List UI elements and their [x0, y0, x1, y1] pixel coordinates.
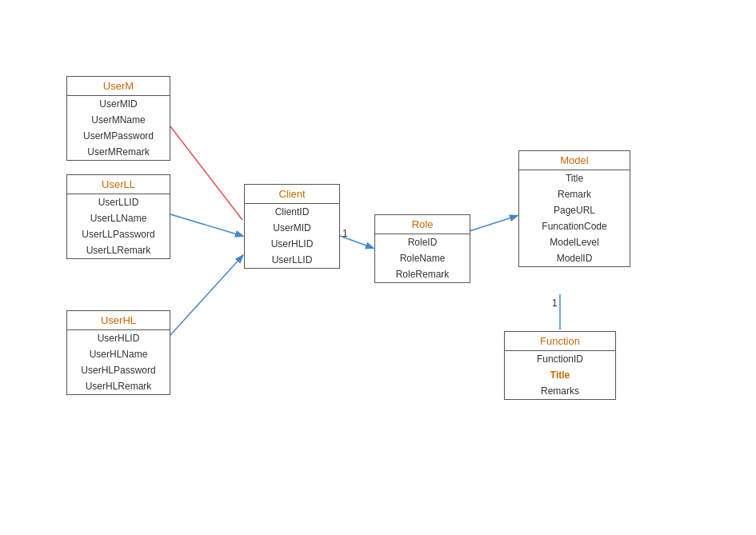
entity-function-header: Function: [505, 332, 615, 351]
field-clientid: ClientID: [245, 204, 339, 220]
field-userllpassword: UserLLPassword: [67, 226, 170, 242]
entity-function-fields: FunctionID Title Remarks: [505, 351, 615, 399]
entity-userhl-fields: UserHLID UserHLName UserHLPassword UserH…: [67, 330, 170, 394]
field-model-title: Title: [519, 170, 630, 186]
field-functionid: FunctionID: [505, 351, 615, 367]
entity-userll: UserLL UserLLID UserLLName UserLLPasswor…: [66, 174, 170, 259]
field-model-modellevel: ModelLevel: [519, 234, 630, 250]
entity-function: Function FunctionID Title Remarks: [504, 331, 616, 400]
svg-line-2: [162, 256, 242, 344]
entity-userll-fields: UserLLID UserLLName UserLLPassword UserL…: [67, 194, 170, 258]
entity-userhl-header: UserHL: [67, 311, 170, 330]
entity-userm-fields: UserMID UserMName UserMPassword UserMRem…: [67, 96, 170, 160]
field-userhlremark: UserHLRemark: [67, 378, 170, 394]
label-model-1: 1: [552, 297, 558, 309]
entity-role: Role RoleID RoleName RoleRemark: [374, 214, 470, 283]
field-userhlpassword: UserHLPassword: [67, 362, 170, 378]
field-function-title: Title: [505, 367, 615, 383]
entity-model-fields: Title Remark PageURL FuncationCode Model…: [519, 170, 630, 266]
entity-userm-header: UserM: [67, 77, 170, 96]
entity-role-header: Role: [375, 215, 470, 234]
entity-userll-header: UserLL: [67, 175, 170, 194]
entity-client-fields: ClientID UserMID UserHLID UserLLID: [245, 204, 339, 268]
field-roleid: RoleID: [375, 234, 470, 250]
entity-userm: UserM UserMID UserMName UserMPassword Us…: [66, 76, 170, 161]
field-roleremark: RoleRemark: [375, 266, 470, 282]
field-client-userhlid: UserHLID: [245, 236, 339, 252]
entity-client: Client ClientID UserMID UserHLID UserLLI…: [244, 184, 340, 269]
entity-client-header: Client: [245, 185, 339, 204]
entity-model: Model Title Remark PageURL FuncationCode…: [518, 150, 630, 267]
field-client-userllid: UserLLID: [245, 252, 339, 268]
field-usermname: UserMName: [67, 112, 170, 128]
field-rolename: RoleName: [375, 250, 470, 266]
svg-line-1: [162, 212, 242, 236]
field-userllname: UserLLName: [67, 210, 170, 226]
diagram-container: 1 1 1 1 1 1 UserM UserMID UserMName User…: [0, 0, 756, 535]
svg-line-0: [162, 116, 242, 220]
field-function-remarks: Remarks: [505, 383, 615, 399]
field-model-funcationcode: FuncationCode: [519, 218, 630, 234]
field-userhlname: UserHLName: [67, 346, 170, 362]
entity-model-header: Model: [519, 151, 630, 170]
field-usermpassword: UserMPassword: [67, 128, 170, 144]
entity-userhl: UserHL UserHLID UserHLName UserHLPasswor…: [66, 310, 170, 395]
field-userllremark: UserLLRemark: [67, 242, 170, 258]
field-userhlid: UserHLID: [67, 330, 170, 346]
field-usermid: UserMID: [67, 96, 170, 112]
field-usermremark: UserMRemark: [67, 144, 170, 160]
field-model-pageurl: PageURL: [519, 202, 630, 218]
field-client-usermid: UserMID: [245, 220, 339, 236]
label-client-1: 1: [342, 228, 348, 239]
field-userllid: UserLLID: [67, 194, 170, 210]
field-model-modelid: ModelID: [519, 250, 630, 266]
field-model-remark: Remark: [519, 186, 630, 202]
entity-role-fields: RoleID RoleName RoleRemark: [375, 234, 470, 282]
